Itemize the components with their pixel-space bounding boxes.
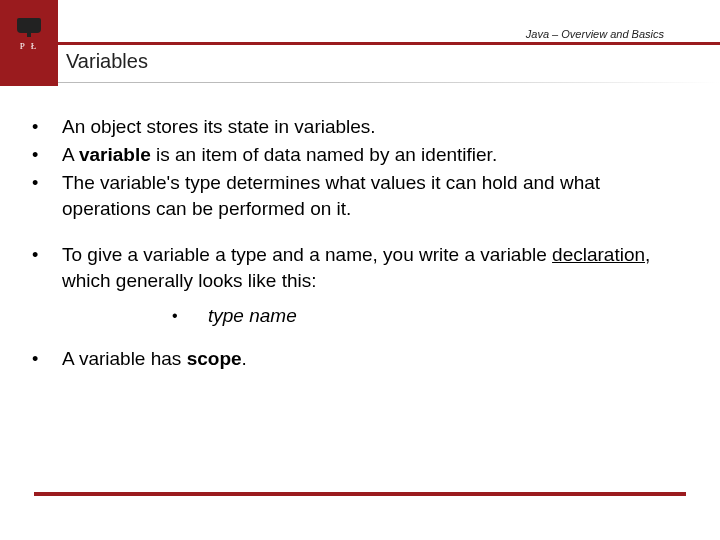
list-item: • The variable's type determines what va…	[30, 170, 680, 222]
breadcrumb: Java – Overview and Basics	[526, 28, 664, 40]
header-region: Java – Overview and Basics P Ł Variables	[0, 0, 720, 86]
bullet-text: An object stores its state in variables.	[58, 114, 680, 140]
bullet-group-2: • To give a variable a type and a name, …	[30, 242, 680, 372]
bullet-icon: •	[30, 114, 58, 140]
header-divider	[0, 42, 720, 45]
bullet-text: A variable has scope.	[58, 346, 680, 372]
list-item: • A variable has scope.	[30, 346, 680, 372]
page-title: Variables	[66, 50, 148, 73]
list-item: • To give a variable a type and a name, …	[30, 242, 680, 294]
bullet-icon: •	[30, 142, 58, 168]
bullet-icon: •	[172, 304, 200, 328]
bullet-group-1: • An object stores its state in variable…	[30, 114, 680, 222]
bullet-icon: •	[30, 242, 58, 268]
logo-letters: P Ł	[20, 41, 38, 51]
bullet-text: The variable's type determines what valu…	[58, 170, 680, 222]
title-underline	[58, 82, 720, 83]
bullet-text: To give a variable a type and a name, yo…	[58, 242, 680, 294]
bullet-icon: •	[30, 170, 58, 196]
content-area: • An object stores its state in variable…	[0, 86, 720, 372]
sub-list-item: • type name	[172, 304, 680, 328]
bullet-icon: •	[30, 346, 58, 372]
list-item: • An object stores its state in variable…	[30, 114, 680, 140]
list-item: • A variable is an item of data named by…	[30, 142, 680, 168]
bullet-text: A variable is an item of data named by a…	[58, 142, 680, 168]
sub-bullet-text: type name	[200, 304, 297, 328]
footer-divider	[34, 492, 686, 496]
logo-shield-icon	[17, 18, 41, 33]
logo: P Ł	[0, 0, 58, 86]
